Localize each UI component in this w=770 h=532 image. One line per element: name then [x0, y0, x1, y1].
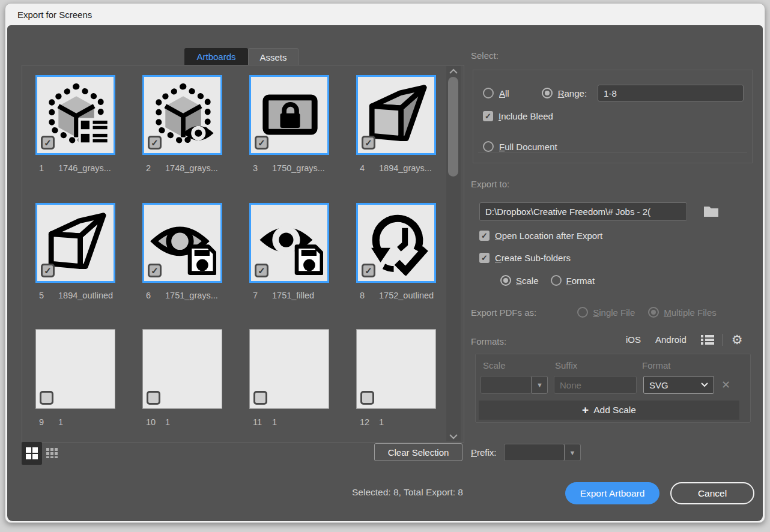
- include-bleed-checkbox[interactable]: ✓: [483, 111, 493, 121]
- artboard-thumbnail-5[interactable]: ✓: [35, 203, 115, 283]
- create-subfolders-checkbox[interactable]: ✓: [479, 253, 490, 263]
- subfolder-format-radio[interactable]: [551, 275, 562, 286]
- artboard-checkbox[interactable]: [40, 391, 53, 405]
- artboard-label: 41894_grays...: [356, 163, 432, 174]
- clear-selection-button[interactable]: Clear Selection: [374, 443, 462, 461]
- artboard-thumbnail-2[interactable]: ✓: [142, 75, 222, 155]
- artboard-checkbox[interactable]: [147, 391, 160, 405]
- full-document-radio[interactable]: [483, 141, 494, 152]
- subfolder-scale-radio[interactable]: [500, 275, 511, 286]
- artboard-checkbox[interactable]: ✓: [362, 264, 375, 277]
- artboard-label: 11746_grays...: [35, 163, 111, 174]
- add-scale-button[interactable]: + Add Scale: [479, 401, 739, 420]
- dialog-body: Artboards Assets ✓: [7, 25, 763, 521]
- folder-icon: [703, 204, 719, 217]
- create-subfolders-label: Create Sub-folders: [495, 253, 571, 263]
- artboard-thumbnail-6[interactable]: ✓: [142, 203, 222, 283]
- small-thumbnail-view-button[interactable]: [42, 442, 62, 465]
- scroll-down-icon[interactable]: [446, 432, 461, 441]
- format-list-button[interactable]: [701, 334, 714, 345]
- browse-folder-button[interactable]: [703, 204, 719, 220]
- multiple-files-radio: [648, 307, 659, 318]
- artboard-label: 21748_grays...: [142, 163, 218, 174]
- prefix-input[interactable]: [504, 444, 565, 461]
- artboard-name: 1894_grays...: [379, 163, 432, 174]
- format-select-value: SVG: [649, 380, 668, 390]
- export-artboard-button[interactable]: Export Artboard: [565, 482, 659, 504]
- range-radio[interactable]: [542, 88, 553, 98]
- artboard-thumbnail-8[interactable]: ✓: [356, 203, 436, 283]
- artboard-label: 61751_grays...: [142, 291, 218, 301]
- artboard-name: 1: [165, 417, 170, 428]
- tab-assets[interactable]: Assets: [248, 48, 299, 65]
- artboard-label: 91: [35, 417, 63, 428]
- artboard-name: 1: [272, 417, 277, 428]
- artboard-checkbox[interactable]: ✓: [41, 136, 55, 150]
- ios-preset-button[interactable]: iOS: [626, 334, 641, 345]
- export-for-screens-dialog: Export for Screens Artboards Assets: [5, 3, 765, 523]
- artboard-thumbnail-10[interactable]: [142, 329, 222, 409]
- chevron-down-icon: [701, 382, 708, 387]
- scale-column-header: Scale: [483, 360, 506, 370]
- android-preset-button[interactable]: Android: [655, 334, 687, 345]
- tab-artboards-label: Artboards: [196, 52, 235, 62]
- artboard-name: 1748_grays...: [165, 163, 218, 174]
- formats-panel: Scale Suffix Format ▼ SVG ✕ + Add Scale: [475, 354, 751, 423]
- artboard-thumbnail-1[interactable]: ✓: [35, 75, 115, 155]
- subfolder-format-label: Format: [566, 276, 595, 286]
- suffix-input[interactable]: [554, 376, 637, 394]
- artboard-checkbox[interactable]: ✓: [148, 264, 162, 277]
- format-column-header: Format: [642, 360, 671, 370]
- artboard-label: 51894_outlined: [35, 291, 113, 301]
- selection-status: Selected: 8, Total Export: 8: [328, 487, 463, 498]
- scroll-up-icon[interactable]: [446, 66, 461, 76]
- artboard-checkbox[interactable]: [360, 391, 374, 405]
- artboard-thumbnail-12[interactable]: [356, 329, 436, 409]
- artboard-label: 111: [249, 417, 277, 428]
- artboard-thumbnail-7[interactable]: ✓: [249, 203, 329, 283]
- artboard-checkbox[interactable]: ✓: [41, 264, 55, 277]
- large-thumbnail-view-button[interactable]: [22, 442, 42, 465]
- artboard-thumbnail-11[interactable]: [249, 329, 329, 409]
- scrollbar-thumb[interactable]: [448, 77, 458, 177]
- artboard-checkbox[interactable]: ✓: [255, 264, 268, 277]
- all-radio[interactable]: [483, 88, 494, 98]
- single-file-radio: [577, 307, 588, 318]
- format-settings-button[interactable]: ⚙: [732, 333, 743, 346]
- export-pdfs-label: Export PDFs as:: [471, 307, 536, 318]
- select-section-label: Select:: [471, 50, 499, 61]
- artboard-label: 71751_filled: [249, 291, 314, 301]
- prefix-dropdown-button[interactable]: ▼: [565, 444, 581, 461]
- grid-scrollbar[interactable]: [446, 66, 461, 441]
- multiple-files-label: Multiple Files: [664, 307, 717, 318]
- artboard-thumbnail-9[interactable]: [35, 329, 115, 409]
- open-location-checkbox[interactable]: ✓: [479, 231, 490, 241]
- artboard-checkbox[interactable]: ✓: [148, 136, 162, 150]
- view-toggles: [22, 442, 62, 465]
- prefix-label: Prefix:: [471, 447, 497, 458]
- export-path-input[interactable]: [479, 202, 687, 221]
- list-view-icon: [701, 334, 714, 345]
- artboard-label: 121: [356, 417, 384, 428]
- tab-artboards[interactable]: Artboards: [184, 48, 248, 65]
- artboard-checkbox[interactable]: ✓: [362, 136, 375, 150]
- artboard-name: 1894_outlined: [58, 291, 113, 301]
- artboard-checkbox[interactable]: ✓: [255, 136, 268, 150]
- artboard-thumbnail-4[interactable]: ✓: [356, 75, 436, 155]
- single-file-label: Single File: [593, 307, 635, 318]
- scale-dropdown-button: ▼: [532, 376, 548, 394]
- artboard-checkbox[interactable]: [253, 391, 267, 405]
- artboard-name: 1751_filled: [272, 291, 314, 301]
- range-radio-label: Range:: [558, 88, 587, 98]
- artboard-name: 1746_grays...: [58, 163, 111, 174]
- dialog-titlebar: Export for Screens: [5, 4, 765, 25]
- artboard-name: 1750_grays...: [272, 163, 325, 174]
- artboard-label: 101: [142, 417, 170, 428]
- format-select[interactable]: SVG: [643, 376, 714, 394]
- artboard-thumbnail-3[interactable]: ✓: [249, 75, 329, 155]
- export-to-label: Export to:: [471, 179, 509, 189]
- range-input[interactable]: [598, 85, 744, 101]
- cancel-button[interactable]: Cancel: [670, 482, 754, 504]
- divider: [723, 334, 723, 346]
- artboard-label: 81752_outlined: [356, 291, 434, 301]
